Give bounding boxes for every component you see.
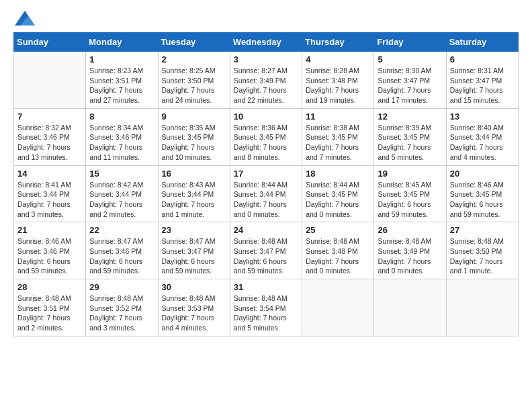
logo-icon: [15, 11, 35, 26]
day-number: 11: [306, 111, 370, 122]
calendar-cell: [446, 279, 518, 336]
calendar-cell: 24Sunrise: 8:48 AM Sunset: 3:47 PM Dayli…: [230, 222, 302, 279]
weekday-header-monday: Monday: [86, 33, 158, 52]
day-number: 13: [450, 111, 515, 122]
day-info: Sunrise: 8:23 AM Sunset: 3:51 PM Dayligh…: [89, 66, 154, 105]
day-info: Sunrise: 8:48 AM Sunset: 3:50 PM Dayligh…: [450, 236, 515, 276]
day-info: Sunrise: 8:44 AM Sunset: 3:44 PM Dayligh…: [234, 180, 298, 220]
day-info: Sunrise: 8:38 AM Sunset: 3:45 PM Dayligh…: [306, 123, 370, 163]
day-info: Sunrise: 8:39 AM Sunset: 3:45 PM Dayligh…: [378, 123, 442, 163]
day-info: Sunrise: 8:46 AM Sunset: 3:45 PM Dayligh…: [450, 180, 515, 220]
calendar-cell: 17Sunrise: 8:44 AM Sunset: 3:44 PM Dayli…: [230, 165, 302, 222]
day-info: Sunrise: 8:45 AM Sunset: 3:45 PM Dayligh…: [378, 180, 442, 220]
weekday-header-row: SundayMondayTuesdayWednesdayThursdayFrid…: [14, 33, 519, 52]
weekday-header-friday: Friday: [374, 33, 446, 52]
day-number: 31: [234, 282, 298, 292]
day-number: 22: [89, 225, 154, 235]
day-number: 29: [89, 282, 154, 292]
calendar-cell: 26Sunrise: 8:48 AM Sunset: 3:49 PM Dayli…: [374, 222, 446, 279]
calendar-cell: 1Sunrise: 8:23 AM Sunset: 3:51 PM Daylig…: [86, 52, 158, 109]
calendar-cell: 9Sunrise: 8:35 AM Sunset: 3:45 PM Daylig…: [158, 108, 230, 165]
day-info: Sunrise: 8:48 AM Sunset: 3:53 PM Dayligh…: [162, 293, 226, 333]
day-info: Sunrise: 8:48 AM Sunset: 3:51 PM Dayligh…: [17, 293, 82, 333]
calendar-table: SundayMondayTuesdayWednesdayThursdayFrid…: [13, 32, 519, 336]
weekday-header-wednesday: Wednesday: [230, 33, 302, 52]
calendar-cell: 29Sunrise: 8:48 AM Sunset: 3:52 PM Dayli…: [86, 279, 158, 336]
day-info: Sunrise: 8:34 AM Sunset: 3:46 PM Dayligh…: [89, 123, 154, 163]
calendar-cell: 19Sunrise: 8:45 AM Sunset: 3:45 PM Dayli…: [374, 165, 446, 222]
day-info: Sunrise: 8:48 AM Sunset: 3:47 PM Dayligh…: [234, 236, 298, 276]
calendar-cell: 5Sunrise: 8:30 AM Sunset: 3:47 PM Daylig…: [374, 52, 446, 109]
day-number: 7: [17, 111, 82, 122]
calendar-cell: [302, 279, 374, 336]
day-info: Sunrise: 8:40 AM Sunset: 3:44 PM Dayligh…: [450, 123, 515, 163]
day-number: 3: [234, 54, 298, 64]
day-number: 2: [162, 54, 226, 64]
calendar-cell: 6Sunrise: 8:31 AM Sunset: 3:47 PM Daylig…: [446, 52, 518, 109]
day-info: Sunrise: 8:30 AM Sunset: 3:47 PM Dayligh…: [378, 66, 442, 105]
calendar-cell: 8Sunrise: 8:34 AM Sunset: 3:46 PM Daylig…: [86, 108, 158, 165]
week-row-5: 28Sunrise: 8:48 AM Sunset: 3:51 PM Dayli…: [14, 279, 519, 336]
day-number: 6: [450, 54, 515, 64]
calendar-cell: 18Sunrise: 8:44 AM Sunset: 3:45 PM Dayli…: [302, 165, 374, 222]
day-info: Sunrise: 8:25 AM Sunset: 3:50 PM Dayligh…: [162, 66, 226, 105]
day-number: 16: [162, 169, 226, 179]
day-info: Sunrise: 8:28 AM Sunset: 3:48 PM Dayligh…: [306, 66, 370, 105]
calendar-cell: 7Sunrise: 8:32 AM Sunset: 3:46 PM Daylig…: [14, 108, 86, 165]
day-info: Sunrise: 8:46 AM Sunset: 3:46 PM Dayligh…: [17, 236, 82, 276]
weekday-header-thursday: Thursday: [302, 33, 374, 52]
week-row-3: 14Sunrise: 8:41 AM Sunset: 3:44 PM Dayli…: [14, 165, 519, 222]
calendar-cell: 22Sunrise: 8:47 AM Sunset: 3:46 PM Dayli…: [86, 222, 158, 279]
calendar-cell: 21Sunrise: 8:46 AM Sunset: 3:46 PM Dayli…: [14, 222, 86, 279]
day-info: Sunrise: 8:35 AM Sunset: 3:45 PM Dayligh…: [162, 123, 226, 163]
day-number: 14: [17, 169, 82, 179]
day-info: Sunrise: 8:43 AM Sunset: 3:44 PM Dayligh…: [162, 180, 226, 220]
week-row-4: 21Sunrise: 8:46 AM Sunset: 3:46 PM Dayli…: [14, 222, 519, 279]
day-info: Sunrise: 8:31 AM Sunset: 3:47 PM Dayligh…: [450, 66, 515, 105]
calendar-cell: 15Sunrise: 8:42 AM Sunset: 3:44 PM Dayli…: [86, 165, 158, 222]
day-number: 8: [89, 111, 154, 122]
calendar-cell: 4Sunrise: 8:28 AM Sunset: 3:48 PM Daylig…: [302, 52, 374, 109]
day-number: 23: [162, 225, 226, 235]
calendar-cell: 20Sunrise: 8:46 AM Sunset: 3:45 PM Dayli…: [446, 165, 518, 222]
calendar-cell: 13Sunrise: 8:40 AM Sunset: 3:44 PM Dayli…: [446, 108, 518, 165]
calendar-cell: 14Sunrise: 8:41 AM Sunset: 3:44 PM Dayli…: [14, 165, 86, 222]
day-number: 5: [378, 54, 442, 64]
calendar-cell: 10Sunrise: 8:36 AM Sunset: 3:45 PM Dayli…: [230, 108, 302, 165]
calendar-cell: [374, 279, 446, 336]
day-number: 26: [378, 225, 442, 235]
day-info: Sunrise: 8:48 AM Sunset: 3:48 PM Dayligh…: [306, 236, 370, 276]
week-row-1: 1Sunrise: 8:23 AM Sunset: 3:51 PM Daylig…: [14, 52, 519, 109]
calendar-cell: 2Sunrise: 8:25 AM Sunset: 3:50 PM Daylig…: [158, 52, 230, 109]
day-number: 20: [450, 169, 515, 179]
day-number: 30: [162, 282, 226, 292]
day-number: 18: [306, 169, 370, 179]
day-info: Sunrise: 8:36 AM Sunset: 3:45 PM Dayligh…: [234, 123, 298, 163]
day-info: Sunrise: 8:42 AM Sunset: 3:44 PM Dayligh…: [89, 180, 154, 220]
day-info: Sunrise: 8:44 AM Sunset: 3:45 PM Dayligh…: [306, 180, 370, 220]
calendar-cell: 23Sunrise: 8:47 AM Sunset: 3:47 PM Dayli…: [158, 222, 230, 279]
page-header: [13, 13, 519, 26]
day-info: Sunrise: 8:48 AM Sunset: 3:54 PM Dayligh…: [234, 293, 298, 333]
day-number: 10: [234, 111, 298, 122]
day-info: Sunrise: 8:48 AM Sunset: 3:49 PM Dayligh…: [378, 236, 442, 276]
calendar-cell: [14, 52, 86, 109]
calendar-cell: 28Sunrise: 8:48 AM Sunset: 3:51 PM Dayli…: [14, 279, 86, 336]
weekday-header-saturday: Saturday: [446, 33, 518, 52]
day-number: 27: [450, 225, 515, 235]
weekday-header-tuesday: Tuesday: [158, 33, 230, 52]
day-info: Sunrise: 8:27 AM Sunset: 3:49 PM Dayligh…: [234, 66, 298, 105]
day-number: 21: [17, 225, 82, 235]
calendar-cell: 30Sunrise: 8:48 AM Sunset: 3:53 PM Dayli…: [158, 279, 230, 336]
day-number: 12: [378, 111, 442, 122]
calendar-cell: 3Sunrise: 8:27 AM Sunset: 3:49 PM Daylig…: [230, 52, 302, 109]
calendar-cell: 11Sunrise: 8:38 AM Sunset: 3:45 PM Dayli…: [302, 108, 374, 165]
day-number: 9: [162, 111, 226, 122]
day-number: 4: [306, 54, 370, 64]
day-number: 17: [234, 169, 298, 179]
calendar-cell: 25Sunrise: 8:48 AM Sunset: 3:48 PM Dayli…: [302, 222, 374, 279]
day-info: Sunrise: 8:47 AM Sunset: 3:46 PM Dayligh…: [89, 236, 154, 276]
day-number: 15: [89, 169, 154, 179]
weekday-header-sunday: Sunday: [14, 33, 86, 52]
day-number: 24: [234, 225, 298, 235]
